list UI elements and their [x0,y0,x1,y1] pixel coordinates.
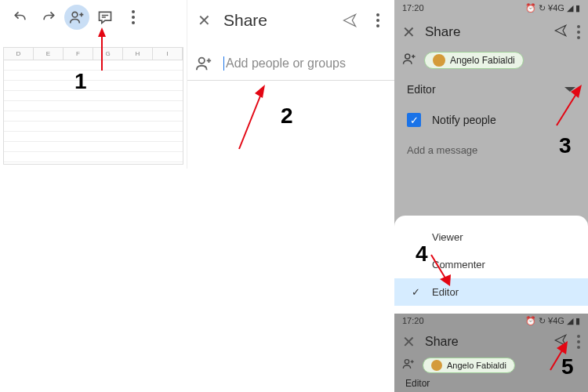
share-header-3: ✕ Share [394,16,588,49]
rows [4,60,183,162]
share-header-5: ✕ Share [394,328,588,356]
add-people-row[interactable]: Add people or groups [187,41,394,81]
close-icon[interactable]: ✕ [195,12,212,29]
people-row: Angelo Fabialdi [394,356,588,375]
svg-marker-3 [564,87,575,92]
svg-point-1 [199,58,205,64]
option-editor[interactable]: ✓Editor [394,278,588,306]
person-name: Angelo Fabialdi [447,361,506,370]
svg-point-0 [72,12,78,17]
column-headers: DEFGHI [4,48,183,60]
role-label: Editor [394,375,588,392]
status-time: 17:20 [402,316,424,325]
send-icon[interactable] [554,333,568,350]
share-header: ✕ Share [187,0,394,41]
status-icons: ⏰ ↻ ¥4G ◢ ▮ [525,316,580,326]
role-selector[interactable]: Editor [394,72,588,107]
notify-checkbox[interactable]: ✓ [407,113,421,127]
check-icon: ✓ [410,286,421,298]
svg-point-2 [405,54,410,59]
person-chip[interactable]: Angelo Fabialdi [423,358,515,373]
person-name: Angelo Fabialdi [450,55,515,66]
panel-spreadsheet: DEFGHI [0,0,187,169]
role-label: Editor [407,83,436,96]
person-chip[interactable]: Angelo Fabialdi [424,52,524,69]
avatar [433,54,445,67]
share-button[interactable] [64,5,89,30]
close-icon[interactable]: ✕ [402,23,416,42]
add-people-input[interactable]: Add people or groups [223,56,346,71]
spreadsheet-grid[interactable]: DEFGHI [3,47,183,165]
chevron-down-icon [564,87,575,92]
people-row: Angelo Fabialdi [394,49,588,72]
send-icon[interactable] [554,24,568,41]
annotation-4: 4 [416,241,428,267]
add-person-icon [402,52,416,69]
share-title: Share [425,335,544,349]
svg-point-4 [405,360,408,364]
toolbar [0,0,187,34]
notify-label: Notify people [432,114,496,126]
status-time: 17:20 [402,3,424,13]
send-icon[interactable] [341,12,358,29]
avatar [431,360,442,371]
status-icons: ⏰ ↻ ¥4G ◢ ▮ [525,3,580,13]
share-title: Share [223,11,330,30]
more-icon[interactable] [577,25,580,39]
status-bar: 17:20 ⏰ ↻ ¥4G ◢ ▮ [394,0,588,16]
share-title: Share [425,24,544,40]
more-icon[interactable] [369,12,387,29]
annotation-2: 2 [281,103,293,129]
close-icon[interactable]: ✕ [402,332,416,351]
undo-button[interactable] [8,5,33,30]
redo-button[interactable] [36,5,61,30]
add-person-icon [402,358,415,373]
annotation-5: 5 [561,354,574,379]
annotation-1: 1 [74,69,87,94]
more-button[interactable] [121,5,146,30]
panel-share-phone-5: 17:20 ⏰ ↻ ¥4G ◢ ▮ ✕ Share Angelo Fabiald… [394,314,588,392]
comment-button[interactable] [93,5,118,30]
more-icon[interactable] [577,335,580,349]
annotation-3: 3 [559,133,572,158]
add-person-icon [195,55,212,72]
notify-row[interactable]: ✓ Notify people [394,107,588,133]
status-bar: 17:20 ⏰ ↻ ¥4G ◢ ▮ [394,314,588,328]
panel-share-dialog: ✕ Share Add people or groups [187,0,394,169]
